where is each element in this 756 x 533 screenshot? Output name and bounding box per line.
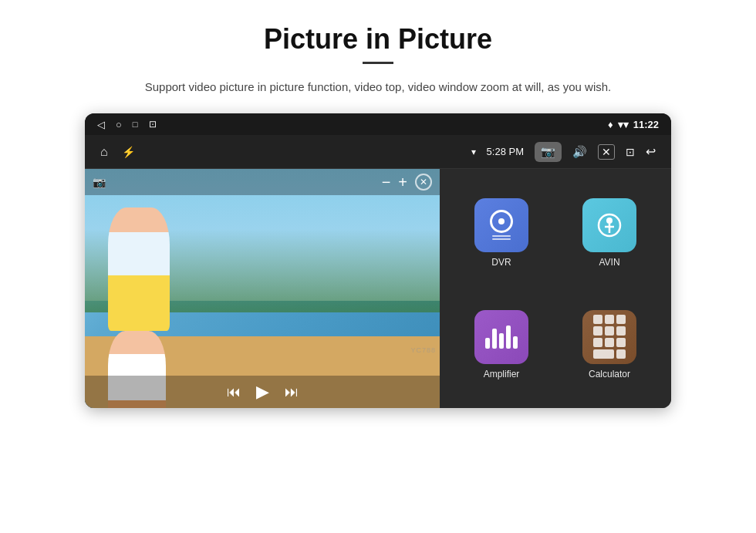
- amp-bar-4: [506, 326, 511, 349]
- watermark: YC788: [410, 346, 436, 354]
- time-display: 11:22: [633, 119, 659, 130]
- calc-inner: [590, 312, 629, 362]
- calc-btn-9: [616, 338, 626, 347]
- status-bar-left: ◁ ○ □ ⊡: [97, 119, 157, 130]
- page-subtitle: Support video picture in picture functio…: [31, 78, 725, 96]
- pip-play-button[interactable]: ▶: [256, 382, 269, 402]
- calc-btn-8: [605, 338, 614, 347]
- app-area: 📷 − + ✕ ⏮ ▶ ⏭: [85, 169, 671, 408]
- cast-icon: ⊡: [149, 119, 157, 130]
- usb-icon: ⚡: [122, 146, 135, 158]
- calc-btn-5: [605, 326, 614, 336]
- dvr-circle: [490, 210, 513, 233]
- dvr-lines: [492, 235, 511, 240]
- back-nav-icon[interactable]: ↩: [646, 144, 656, 159]
- title-divider: [363, 62, 393, 64]
- back-arrow-icon: ◁: [97, 119, 105, 130]
- amp-bar-5: [513, 336, 518, 349]
- pip-overlay[interactable]: 📷 − + ✕ ⏮ ▶ ⏭: [85, 169, 440, 408]
- app-grid: DVR AVIN: [440, 169, 671, 408]
- location-icon: ♦: [608, 119, 613, 130]
- page-wrapper: Picture in Picture Support video picture…: [0, 0, 756, 423]
- calc-btn-zero: [593, 349, 614, 359]
- calc-btn-2: [605, 315, 614, 324]
- app-avin-label: AVIN: [599, 257, 619, 268]
- avin-svg: [596, 211, 623, 239]
- app-dvr-icon: [474, 198, 528, 252]
- dvr-inner: [490, 210, 513, 240]
- calc-btn-7: [593, 338, 602, 347]
- app-calculator-wrapper[interactable]: Calculator: [559, 292, 660, 396]
- pip-next-button[interactable]: ⏭: [285, 384, 299, 400]
- app-dvr-label: DVR: [491, 257, 511, 268]
- figure-1: [108, 207, 170, 331]
- pip-prev-button[interactable]: ⏮: [227, 384, 241, 400]
- wifi-icon: ▾▾: [618, 119, 629, 130]
- app-avin-wrapper[interactable]: AVIN: [559, 180, 660, 285]
- app-calculator-icon: [582, 310, 636, 364]
- window-icon[interactable]: ⊡: [626, 146, 635, 158]
- app-amplifier-wrapper[interactable]: Amplifier: [451, 292, 552, 396]
- pip-minus-button[interactable]: −: [382, 174, 391, 190]
- home-circle-icon: ○: [116, 119, 122, 130]
- amp-bar-2: [492, 329, 497, 349]
- amp-inner: [485, 326, 518, 349]
- nav-bar: ⌂ ⚡ ▾ 5:28 PM 📷 🔊 ✕ ⊡ ↩: [85, 135, 671, 169]
- dvr-dot: [498, 218, 505, 224]
- wifi-nav-icon: ▾: [471, 147, 476, 157]
- device-frame: ◁ ○ □ ⊡ ♦ ▾▾ 11:22 ⌂ ⚡ ▾ 5:28 PM 📷 🔊: [85, 113, 671, 408]
- app-amplifier-icon: [474, 310, 528, 364]
- amp-bar-1: [485, 338, 490, 349]
- home-icon[interactable]: ⌂: [100, 145, 108, 159]
- calc-btn-6: [616, 326, 626, 336]
- pip-plus-button[interactable]: +: [398, 174, 407, 190]
- app-avin-icon: [582, 198, 636, 252]
- calc-btn-3: [616, 315, 626, 324]
- pip-camera-icon: 📷: [93, 176, 106, 188]
- svg-point-1: [606, 218, 613, 224]
- pip-bottom-controls: ⏮ ▶ ⏭: [85, 376, 440, 408]
- nav-time: 5:28 PM: [487, 146, 524, 157]
- nav-bar-left: ⌂ ⚡: [100, 145, 135, 159]
- pip-resize-controls: − + ✕: [382, 174, 432, 191]
- amp-bar-3: [499, 333, 504, 349]
- app-amplifier-label: Amplifier: [484, 369, 520, 380]
- nav-bar-right: ▾ 5:28 PM 📷 🔊 ✕ ⊡ ↩: [471, 142, 656, 162]
- square-icon: □: [133, 120, 138, 129]
- pip-top-controls: 📷 − + ✕: [85, 169, 440, 195]
- calc-btn-1: [593, 315, 602, 324]
- dvr-line-2: [492, 238, 511, 240]
- people-figures: [108, 207, 417, 362]
- pip-video: 📷 − + ✕ ⏮ ▶ ⏭: [85, 169, 440, 408]
- calc-btn-4: [593, 326, 602, 336]
- dvr-line-1: [492, 235, 511, 237]
- camera-button[interactable]: 📷: [535, 142, 562, 162]
- calc-btn-eq: [616, 349, 626, 359]
- status-bar-right: ♦ ▾▾ 11:22: [608, 119, 659, 130]
- volume-icon[interactable]: 🔊: [572, 145, 587, 159]
- app-dvr-wrapper[interactable]: DVR: [451, 180, 552, 285]
- pip-close-button[interactable]: ✕: [415, 174, 432, 191]
- app-calculator-label: Calculator: [589, 369, 630, 380]
- status-bar: ◁ ○ □ ⊡ ♦ ▾▾ 11:22: [85, 113, 671, 135]
- page-title: Picture in Picture: [31, 23, 725, 56]
- close-nav-icon[interactable]: ✕: [598, 144, 615, 160]
